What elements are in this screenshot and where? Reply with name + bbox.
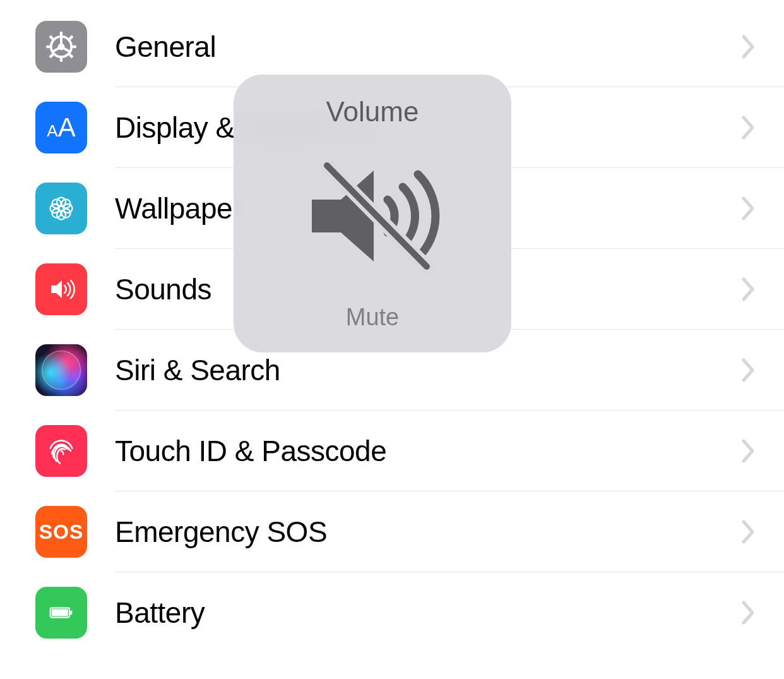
row-label: Siri & Search xyxy=(115,353,740,387)
siri-icon xyxy=(35,344,87,396)
settings-row-touchid[interactable]: Touch ID & Passcode xyxy=(0,411,784,491)
battery-icon xyxy=(35,587,87,639)
settings-row-sos[interactable]: SOS Emergency SOS xyxy=(0,491,784,572)
svg-rect-5 xyxy=(60,32,62,35)
flower-icon xyxy=(35,183,87,234)
row-label: Touch ID & Passcode xyxy=(115,434,740,468)
chevron-right-icon xyxy=(740,277,757,302)
gear-icon xyxy=(35,21,87,73)
row-label: Emergency SOS xyxy=(115,515,740,549)
sos-icon: SOS xyxy=(35,506,87,558)
svg-marker-22 xyxy=(51,280,62,298)
volume-hud-status: Mute xyxy=(346,304,399,331)
settings-row-battery[interactable]: Battery xyxy=(0,572,784,653)
chevron-right-icon xyxy=(740,196,757,221)
fingerprint-icon xyxy=(35,425,87,477)
chevron-right-icon xyxy=(740,34,757,59)
svg-rect-7 xyxy=(46,45,50,48)
chevron-right-icon xyxy=(740,519,757,544)
chevron-right-icon xyxy=(740,115,757,140)
speaker-muted-icon xyxy=(234,128,511,304)
svg-rect-6 xyxy=(60,57,62,61)
row-label: General xyxy=(115,30,740,64)
chevron-right-icon xyxy=(740,438,757,464)
chevron-right-icon xyxy=(740,600,757,625)
volume-hud: Volume Mute xyxy=(234,75,511,352)
row-label: Battery xyxy=(115,596,740,630)
svg-rect-8 xyxy=(72,45,76,48)
volume-hud-title: Volume xyxy=(326,96,419,128)
svg-rect-24 xyxy=(52,610,68,616)
svg-rect-25 xyxy=(70,611,72,615)
speaker-icon xyxy=(35,263,87,315)
chevron-right-icon xyxy=(740,358,757,383)
text-size-icon: AA xyxy=(35,102,87,153)
